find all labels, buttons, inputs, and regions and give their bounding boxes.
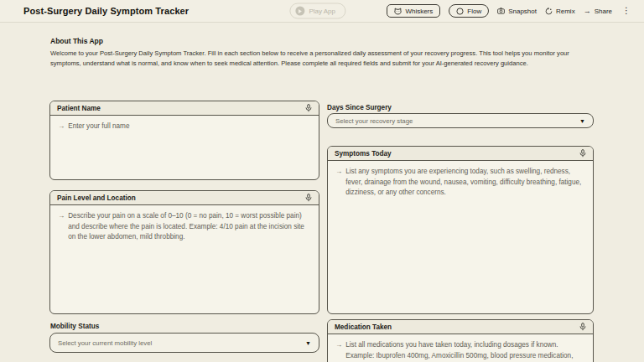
medication-taken-header: Medication Taken [328, 320, 593, 334]
dropdown-caret-icon: ▼ [305, 340, 311, 346]
about-heading: About This App [50, 37, 600, 45]
days-since-surgery-placeholder: Select your recovery stage [335, 117, 413, 125]
patient-name-header: Patient Name [50, 101, 319, 116]
symptoms-today-header: Symptoms Today [328, 147, 593, 161]
microphone-icon[interactable] [579, 149, 586, 158]
patient-name-field: Patient Name → Enter your full name [49, 101, 319, 180]
arrow-icon: → [335, 167, 342, 178]
medication-taken-field: Medication Taken → List all medications … [327, 319, 594, 362]
medication-taken-placeholder: List all medications you have taken toda… [345, 340, 585, 362]
top-bar: Post-Surgery Daily Symptom Tracker Play … [0, 0, 644, 23]
microphone-icon[interactable] [305, 194, 312, 202]
share-button[interactable]: → Share [584, 8, 612, 15]
patient-name-placeholder: Enter your full name [68, 122, 129, 132]
remix-button[interactable]: Remix [545, 8, 575, 15]
patient-name-input[interactable]: → Enter your full name [50, 116, 319, 179]
pain-level-field: Pain Level and Location → Describe your … [49, 190, 319, 314]
symptoms-today-label: Symptoms Today [335, 150, 392, 158]
mobility-status-label: Mobility Status [50, 323, 99, 330]
pain-level-label: Pain Level and Location [57, 194, 136, 202]
share-arrow-icon: → [584, 8, 591, 15]
about-section: About This App Welcome to your Post-Surg… [50, 37, 600, 69]
days-since-surgery-select[interactable]: Select your recovery stage ▼ [327, 113, 594, 128]
about-description: Welcome to your Post-Surgery Daily Sympt… [50, 49, 600, 69]
play-app-button[interactable]: Play App [289, 3, 345, 19]
symptoms-today-input[interactable]: → List any symptoms you are experiencing… [328, 161, 593, 313]
pain-level-input[interactable]: → Describe your pain on a scale of 0–10 … [50, 205, 319, 313]
whiskers-label: Whiskers [405, 8, 433, 15]
more-menu-button[interactable]: ⋮ [621, 7, 632, 15]
flow-label: Flow [467, 8, 481, 15]
whiskers-button[interactable]: Whiskers [387, 4, 440, 18]
camera-icon [497, 8, 505, 14]
play-app-label: Play App [309, 8, 335, 15]
medication-taken-input[interactable]: → List all medications you have taken to… [328, 334, 593, 362]
cat-icon [394, 8, 402, 15]
play-icon [295, 7, 304, 16]
dropdown-caret-icon: ▼ [579, 118, 585, 124]
app-title: Post-Surgery Daily Symptom Tracker [23, 6, 189, 16]
microphone-icon[interactable] [305, 104, 312, 112]
remix-label: Remix [556, 8, 575, 15]
symptoms-today-field: Symptoms Today → List any symptoms you a… [327, 146, 594, 314]
microphone-icon[interactable] [579, 323, 586, 331]
mobility-status-placeholder: Select your current mobility level [58, 339, 152, 347]
symptoms-today-placeholder: List any symptoms you are experiencing t… [345, 167, 585, 199]
share-label: Share [595, 8, 612, 15]
flow-circle-icon [456, 8, 464, 15]
arrow-icon: → [335, 340, 342, 351]
remix-icon [545, 8, 553, 15]
days-since-surgery-label: Days Since Surgery [327, 104, 392, 111]
top-actions: Whiskers Flow Snapshot [387, 4, 632, 18]
mobility-status-select[interactable]: Select your current mobility level ▼ [49, 333, 319, 353]
medication-taken-label: Medication Taken [335, 323, 392, 331]
snapshot-label: Snapshot [508, 8, 537, 15]
snapshot-button[interactable]: Snapshot [497, 8, 537, 15]
patient-name-label: Patient Name [57, 105, 101, 112]
flow-button[interactable]: Flow [449, 4, 489, 18]
pain-level-placeholder: Describe your pain on a scale of 0–10 (0… [68, 211, 311, 243]
arrow-icon: → [58, 122, 65, 132]
pain-level-header: Pain Level and Location [50, 191, 319, 205]
arrow-icon: → [58, 211, 65, 222]
